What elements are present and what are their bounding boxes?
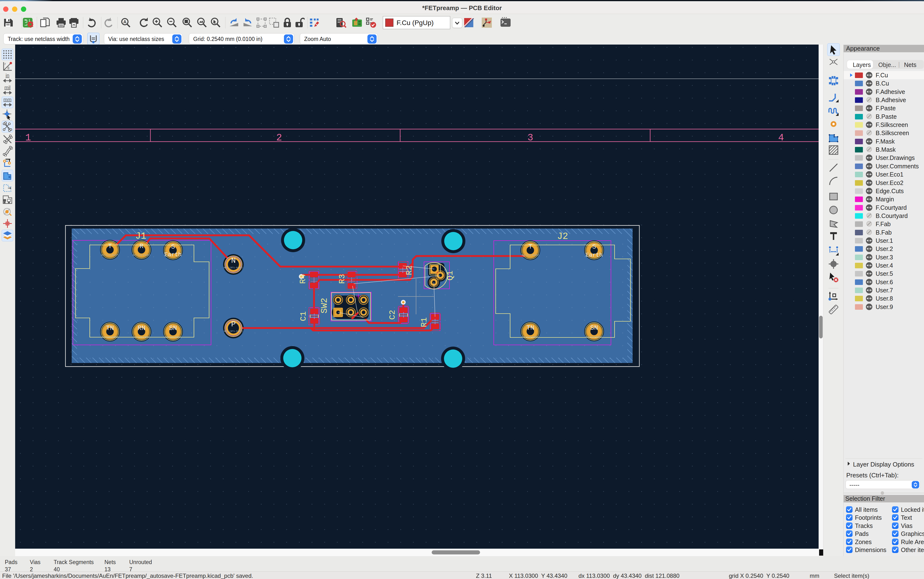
svg-text:RN: RN xyxy=(138,325,145,332)
svg-text:J2: J2 xyxy=(557,231,568,242)
svg-text:S: S xyxy=(171,243,175,250)
svg-text:r: r xyxy=(5,62,6,66)
svg-text:Net-(J1-PdRN): Net-(J1-PdRN) xyxy=(133,336,150,339)
svg-text:S: S xyxy=(592,243,596,250)
svg-text:SN: SN xyxy=(590,324,598,332)
svg-text:Earth: Earth xyxy=(165,252,182,258)
svg-text:Net-(BT1-PadP): Net-(BT1-PadP) xyxy=(224,330,243,333)
svg-text:Earth: Earth xyxy=(585,252,603,258)
svg-text:Net-(BT1-PadN): Net-(BT1-PadN) xyxy=(224,267,243,269)
svg-text:Net-(C1-Pad2): Net-(C1-Pad2) xyxy=(521,254,539,257)
svg-text:1: 1 xyxy=(25,132,31,143)
svg-text:R4: R4 xyxy=(298,274,308,284)
svg-text:P: P xyxy=(231,320,236,329)
svg-text:TN: TN xyxy=(526,324,534,332)
svg-text:C1: C1 xyxy=(299,311,308,321)
svg-text:C2: C2 xyxy=(388,310,397,320)
svg-text:4: 4 xyxy=(778,132,784,143)
svg-text:J1: J1 xyxy=(135,231,146,241)
svg-text:mil: mil xyxy=(4,85,11,90)
svg-text:A: A xyxy=(124,20,127,25)
svg-text:R1: R1 xyxy=(420,317,429,327)
svg-text:Net-(J2-PdSN): Net-(J2-PdSN) xyxy=(585,336,603,339)
svg-text:Net-(J1-PadR): Net-(J1-PadR) xyxy=(133,254,150,257)
svg-text:N: N xyxy=(231,256,236,265)
svg-text:3: 3 xyxy=(528,132,533,143)
svg-text:SN: SN xyxy=(169,325,177,332)
svg-text:Net-(J2-PdTN): Net-(J2-PdTN) xyxy=(521,336,539,339)
svg-text:TN: TN xyxy=(106,325,114,332)
svg-text:Net-(J1-PdTN): Net-(J1-PdTN) xyxy=(101,336,119,339)
svg-text:T: T xyxy=(528,243,532,250)
svg-text:R3: R3 xyxy=(337,274,347,284)
svg-text:Net-(J1-PadT): Net-(J1-PadT) xyxy=(101,254,119,257)
svg-text:2: 2 xyxy=(276,132,282,143)
svg-text:mm: mm xyxy=(3,97,11,102)
svg-text:R2: R2 xyxy=(405,265,414,275)
svg-text:in: in xyxy=(5,73,10,78)
svg-text:Q1: Q1 xyxy=(446,271,455,281)
svg-text:Net-(J1-PdSN): Net-(J1-PdSN) xyxy=(164,336,182,339)
svg-text:θ: θ xyxy=(7,66,10,70)
svg-text:T: T xyxy=(108,243,112,250)
svg-text:SW2: SW2 xyxy=(319,298,329,314)
svg-text:R: R xyxy=(140,243,143,250)
